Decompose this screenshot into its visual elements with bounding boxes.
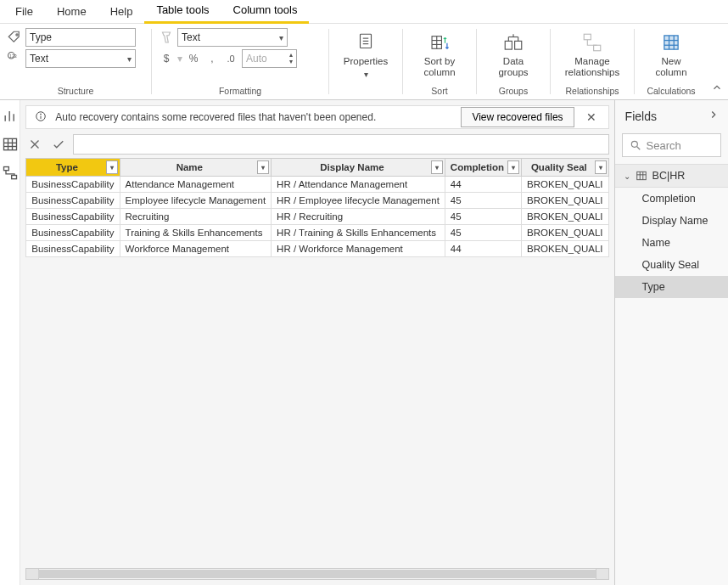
new-column-button[interactable]: New column	[641, 28, 701, 82]
column-filter-button[interactable]: ▾	[257, 160, 269, 174]
formula-commit-button[interactable]	[49, 135, 68, 154]
properties-label: Properties	[344, 56, 388, 67]
close-icon	[27, 137, 42, 152]
svg-text:123: 123	[9, 53, 17, 59]
format-icon	[159, 30, 174, 45]
number-format-row: $ ▾ % , .0 Auto ▴▾	[159, 49, 322, 68]
table-cell[interactable]: HR / Recruiting	[272, 209, 445, 225]
column-header[interactable]: Name▾	[120, 159, 272, 177]
table-cell[interactable]: HR / Attendance Management	[272, 177, 445, 193]
tab-table-tools[interactable]: Table tools	[144, 0, 221, 24]
table-cell[interactable]: 45	[445, 225, 521, 241]
column-filter-button[interactable]: ▾	[595, 160, 607, 174]
horizontal-scrollbar[interactable]	[25, 568, 608, 580]
table-cell[interactable]: HR / Employee lifecycle Management	[272, 193, 445, 209]
table-cell[interactable]: Workforce Management	[120, 241, 272, 257]
table-row[interactable]: BusinessCapabilityWorkforce ManagementHR…	[26, 241, 608, 257]
table-icon	[2, 136, 19, 153]
column-header[interactable]: Quality Seal▾	[522, 159, 608, 177]
table-cell[interactable]: 44	[445, 177, 521, 193]
fields-column-list: CompletionDisplay NameNameQuality SealTy…	[615, 188, 728, 298]
column-header[interactable]: Display Name▾	[272, 159, 445, 177]
spinner-icon: ▴▾	[289, 52, 293, 65]
chevron-down-icon: ▾	[279, 33, 283, 42]
table-cell[interactable]: BusinessCapability	[26, 241, 120, 257]
fields-column-item[interactable]: Completion	[615, 188, 728, 210]
scrollbar-thumb[interactable]	[38, 570, 596, 578]
table-cell[interactable]: 45	[445, 193, 521, 209]
dismiss-notice-button[interactable]: ✕	[583, 110, 600, 124]
table-cell[interactable]: BusinessCapability	[26, 193, 120, 209]
tab-help[interactable]: Help	[98, 0, 145, 23]
chevron-down-icon: ▾	[364, 70, 368, 80]
table-cell[interactable]: BusinessCapability	[26, 209, 120, 225]
decimal-places-input[interactable]: Auto ▴▾	[242, 49, 297, 68]
chevron-down-icon: ⌄	[624, 172, 630, 181]
fields-title: Fields	[625, 110, 657, 123]
data-grid[interactable]: Type▾Name▾Display Name▾Completion▾Qualit…	[25, 158, 608, 257]
table-cell[interactable]: HR / Training & Skills Enhancements	[272, 225, 445, 241]
ribbon-group-label: Formatting	[159, 86, 322, 98]
column-header[interactable]: Type▾	[26, 159, 120, 177]
fields-column-item[interactable]: Quality Seal	[615, 254, 728, 276]
column-name-input[interactable]: Type	[25, 28, 136, 47]
table-row[interactable]: BusinessCapabilityRecruitingHR / Recruit…	[26, 209, 608, 225]
tab-file[interactable]: File	[3, 0, 45, 23]
tag-icon	[7, 30, 22, 45]
sort-by-column-button[interactable]: Sort by column	[410, 28, 469, 82]
manage-relationships-button[interactable]: Manage relationships	[557, 28, 627, 82]
table-cell[interactable]: BROKEN_QUALI	[522, 209, 608, 225]
column-header-label: Completion	[451, 162, 504, 172]
report-view-button[interactable]	[2, 107, 19, 124]
fields-column-item[interactable]: Display Name	[615, 210, 728, 232]
ribbon: Type 123 Text ▾ Structure	[0, 24, 728, 100]
view-recovered-files-button[interactable]: View recovered files	[461, 107, 574, 127]
table-cell[interactable]: HR / Workforce Management	[272, 241, 445, 257]
tab-home[interactable]: Home	[45, 0, 98, 23]
data-groups-button[interactable]: Data groups	[484, 28, 543, 82]
column-filter-button[interactable]: ▾	[507, 160, 519, 174]
svg-rect-12	[515, 41, 522, 49]
expand-fields-button[interactable]	[708, 109, 720, 123]
table-cell[interactable]: 45	[445, 209, 521, 225]
table-cell[interactable]: Attendance Management	[120, 177, 272, 193]
auto-value: Auto	[246, 53, 267, 65]
formula-input[interactable]	[73, 134, 608, 155]
table-cell[interactable]: Training & Skills Enhancements	[120, 225, 272, 241]
column-name-value: Type	[30, 31, 52, 43]
ribbon-group-label: Groups	[484, 86, 543, 98]
formula-cancel-button[interactable]	[25, 135, 44, 154]
model-view-button[interactable]	[2, 165, 19, 182]
table-row[interactable]: BusinessCapabilityEmployee lifecycle Man…	[26, 193, 608, 209]
properties-button[interactable]: Properties ▾	[336, 28, 395, 83]
data-view-button[interactable]	[2, 136, 19, 153]
column-filter-button[interactable]: ▾	[431, 160, 443, 174]
data-type-dropdown[interactable]: Text ▾	[25, 49, 136, 68]
tab-column-tools[interactable]: Column tools	[221, 0, 310, 24]
table-cell[interactable]: Recruiting	[120, 209, 272, 225]
column-filter-button[interactable]: ▾	[106, 160, 118, 174]
data-grid-wrap: Type▾Name▾Display Name▾Completion▾Qualit…	[25, 158, 608, 565]
table-row[interactable]: BusinessCapabilityTraining & Skills Enha…	[26, 225, 608, 241]
table-row[interactable]: BusinessCapabilityAttendance ManagementH…	[26, 177, 608, 193]
search-placeholder: Search	[647, 139, 681, 152]
table-cell[interactable]: 44	[445, 241, 521, 257]
table-cell[interactable]: BusinessCapability	[26, 177, 120, 193]
svg-rect-17	[584, 34, 591, 40]
ribbon-group-label: Sort	[410, 86, 469, 98]
table-cell[interactable]: BROKEN_QUALI	[522, 177, 608, 193]
table-cell[interactable]: BROKEN_QUALI	[522, 193, 608, 209]
fields-column-item[interactable]: Name	[615, 232, 728, 254]
search-icon	[630, 139, 641, 151]
collapse-ribbon-button[interactable]	[711, 82, 723, 96]
column-header[interactable]: Completion▾	[445, 159, 521, 177]
groups-icon	[502, 31, 524, 53]
format-dropdown[interactable]: Text ▾	[177, 28, 288, 47]
fields-search-input[interactable]: Search	[622, 133, 721, 157]
fields-column-item[interactable]: Type	[615, 276, 728, 298]
table-cell[interactable]: Employee lifecycle Management	[120, 193, 272, 209]
table-cell[interactable]: BROKEN_QUALI	[522, 225, 608, 241]
table-cell[interactable]: BusinessCapability	[26, 225, 120, 241]
table-cell[interactable]: BROKEN_QUALI	[522, 241, 608, 257]
fields-table-header[interactable]: ⌄ BC|HR	[615, 164, 728, 188]
